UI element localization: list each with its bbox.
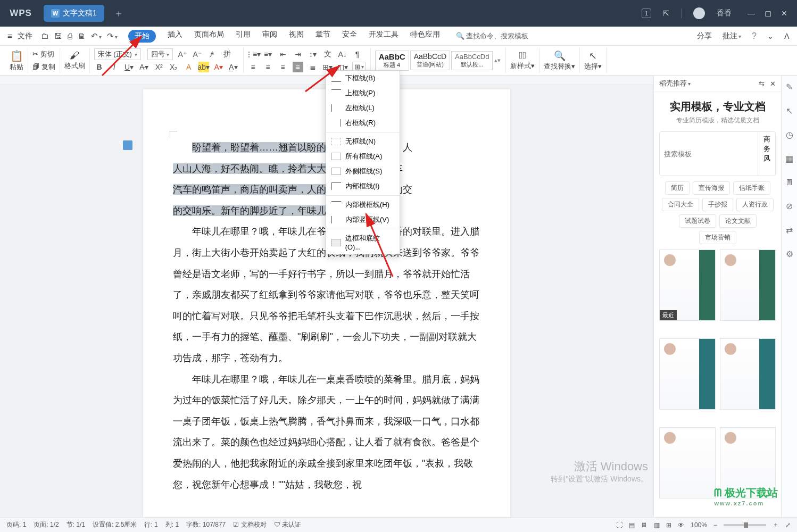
view-print-icon[interactable]: 🗏 [641,521,647,529]
status-pagecount[interactable]: 页面: 1/2 [34,520,59,529]
tag-thesis[interactable]: 论文文献 [719,214,757,228]
align-justify-button[interactable]: ≡ [293,62,303,72]
tag-resume[interactable]: 简历 [665,181,690,195]
border-and-shading[interactable]: 边框和底纹(O)... [326,231,400,254]
tab-section[interactable]: 章节 [316,30,330,43]
underline-button[interactable]: U▾ [124,62,135,72]
phonetic-icon[interactable]: 拼 [222,49,233,60]
tab-devtools[interactable]: 开发工具 [369,30,399,43]
numbering-button[interactable]: ≡▾ [263,49,273,60]
page-tool-icon[interactable]: 🗏 [785,178,794,187]
fit-page-icon[interactable]: ⤢ [785,521,791,529]
close-button[interactable]: ✕ [781,9,787,18]
align-left-button[interactable]: ≡ [248,62,259,72]
bullets-button[interactable]: ⋮≡▾ [248,49,259,60]
new-style-button[interactable]: Ａ̂ 新样式▾ [506,48,539,73]
avatar[interactable] [693,7,705,19]
char-shading-button[interactable]: A̲▾ [228,62,239,72]
link-tool-icon[interactable]: ⊘ [786,201,793,211]
view-eye-icon[interactable]: 👁 [678,521,684,529]
status-pagenum[interactable]: 页码: 1 [6,520,26,529]
tab-reference[interactable]: 引用 [236,30,251,43]
status-proofread[interactable]: ☑ 文档校对 [233,520,266,529]
view-fullscreen-icon[interactable]: ⛶ [616,521,622,529]
grow-font-icon[interactable]: A⁺ [177,49,188,60]
font-name-select[interactable]: 宋体 (正文)▾ [94,48,141,60]
settings-tool-icon[interactable]: ⚙ [786,249,793,259]
show-marks-button[interactable]: ¶ [352,49,363,60]
panel-settings-icon[interactable]: ⇆ [759,80,765,88]
border-right[interactable]: 右框线(R) [326,115,400,130]
style-heading4[interactable]: AaBbC 标题 4 [375,51,409,71]
shrink-font-icon[interactable]: A⁻ [192,49,203,60]
border-inside-h[interactable]: 内部横框线(H) [326,197,400,212]
cut-button[interactable]: ✂ 剪切 [32,49,54,59]
italic-button[interactable]: I [109,62,120,72]
template-thumb[interactable] [659,427,716,498]
document-tab[interactable]: W 文字文稿1 [44,5,104,22]
tag-poster[interactable]: 宣传海报 [693,181,730,195]
comment-button[interactable]: 批注▾ [723,31,741,41]
new-tab-button[interactable]: ＋ [114,7,123,20]
preview-icon[interactable]: 🗎 [78,31,86,40]
view-outline-icon[interactable]: ⊞ [666,521,671,529]
app-logo[interactable]: WPS [0,0,41,27]
copy-button[interactable]: 🗐 复制 [32,62,55,72]
dropdown-menu-icon[interactable]: ⌄ [767,32,774,40]
border-outside[interactable]: 外侧框线(S) [326,164,400,179]
tab-review[interactable]: 审阅 [262,30,277,43]
border-bottom[interactable]: 下框线(B) [326,71,400,86]
zoom-out-button[interactable]: − [713,521,717,529]
open-icon[interactable]: 🗀 [41,31,49,40]
paste-group[interactable]: 📋 粘贴 [5,48,28,73]
template-search-input[interactable] [660,132,758,176]
tab-start[interactable]: 开始 [128,30,156,43]
tag-marketing[interactable]: 市场营销 [699,231,736,244]
view-web-icon[interactable]: ▥ [654,521,660,529]
outdent-button[interactable]: ⇤ [278,49,288,60]
status-col[interactable]: 列: 1 [165,520,179,529]
indent-button[interactable]: ⇥ [293,49,303,60]
template-thumb[interactable] [720,250,776,321]
minimize-button[interactable]: — [748,9,755,18]
search-filter-business[interactable]: 商务风 [758,132,776,176]
panel-close-icon[interactable]: ✕ [770,80,776,88]
tab-view[interactable]: 视图 [289,30,304,43]
tag-contract[interactable]: 合同大全 [662,198,699,211]
border-none[interactable]: 无框线(N) [326,134,400,149]
maximize-button[interactable]: ▢ [765,9,771,18]
print-icon[interactable]: ⎙ [68,31,72,40]
distribute-button[interactable]: ≣ [308,62,318,72]
border-inside-v[interactable]: 内部竖框线(V) [326,212,400,227]
clear-format-icon[interactable]: ᴬ̷ [207,49,218,60]
style-default[interactable]: AaBbCcDd 默认段... [451,51,493,70]
template-thumb[interactable] [720,338,776,410]
status-section[interactable]: 节: 1/1 [67,520,85,529]
styles-more[interactable]: ▴▾ [494,57,501,64]
status-row[interactable]: 行: 1 [144,520,157,529]
bold-button[interactable]: B [94,62,105,72]
help-button[interactable]: ? [752,31,757,41]
superscript-button[interactable]: X² [154,62,164,72]
border-left[interactable]: 左框线(L) [326,101,400,115]
template-thumb[interactable]: 最近 [659,250,716,321]
tag-hr[interactable]: 人资行政 [736,198,774,211]
file-menu[interactable]: 文件 [18,31,32,41]
subscript-button[interactable]: X₂ [169,62,179,72]
zoom-in-button[interactable]: ＋ [773,520,779,529]
share-button[interactable]: 分享 [697,31,712,41]
zoom-level[interactable]: 100% [691,521,707,529]
align-center-button[interactable]: ≡ [263,62,273,72]
tab-special[interactable]: 特色应用 [410,30,440,43]
cursor-tool-icon[interactable]: ↖ [786,106,793,116]
command-search[interactable]: 🔍 查找命令、搜索模板 [456,31,529,41]
transfer-tool-icon[interactable]: ⇄ [786,225,793,235]
tab-pagelayout[interactable]: 页面布局 [194,30,224,43]
line-spacing-button[interactable]: ↕▾ [308,49,318,60]
collapse-ribbon-icon[interactable]: ᐱ [784,32,790,40]
status-setvalue[interactable]: 设置值: 2.5厘米 [93,520,137,529]
border-top[interactable]: 上框线(P) [326,86,400,101]
clock-tool-icon[interactable]: ◷ [786,130,793,140]
status-wordcount[interactable]: 字数: 107/877 [186,520,226,529]
tag-letter[interactable]: 信纸手账 [733,181,770,195]
